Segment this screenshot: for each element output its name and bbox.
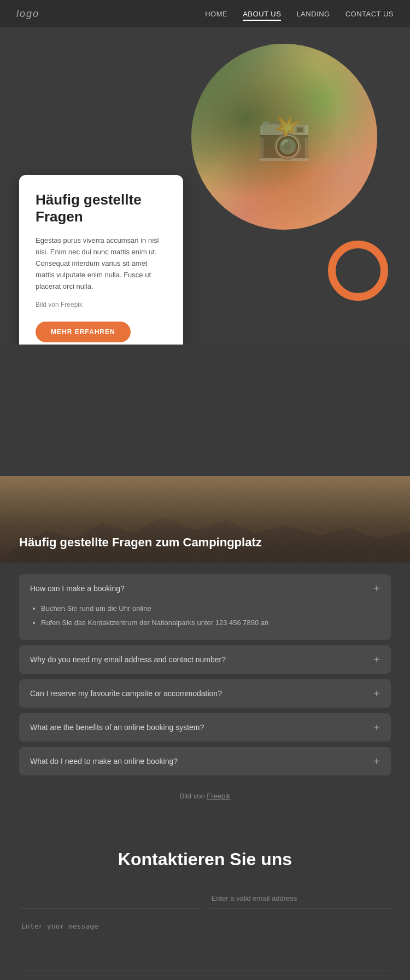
faq-question-1[interactable]: How can I make a booking? + <box>19 574 391 603</box>
hero-card-title: Häufig gestellte Fragen <box>36 191 167 225</box>
faq-item-3: Can I reserve my favourite campsite or a… <box>19 679 391 708</box>
faq-banner-background <box>0 476 410 563</box>
faq-banner-title: Häufig gestellte Fragen zum Campingplatz <box>19 535 262 550</box>
nav-link-home[interactable]: HOME <box>205 10 227 20</box>
nav-link-contact[interactable]: CONTACT US <box>345 10 394 20</box>
faq-toggle-4-icon: + <box>373 722 380 733</box>
hero-section: Häufig gestellte Fragen Egestas purus vi… <box>0 27 410 345</box>
faq-toggle-5-icon: + <box>373 756 380 767</box>
nav-item-home[interactable]: HOME <box>205 9 227 19</box>
orange-circle-decoration <box>328 241 388 301</box>
faq-toggle-3-icon: + <box>373 688 380 699</box>
navbar: logo HOME ABOUT US LANDING CONTACT US <box>0 0 410 27</box>
faq-item-5: What do I need to make an online booking… <box>19 747 391 775</box>
faq-question-4-text: What are the benefits of an online booki… <box>30 723 204 732</box>
contact-name-input[interactable] <box>19 889 201 908</box>
hero-card-body: Egestas purus viverra accumsan in nisl n… <box>36 235 167 292</box>
contact-title: Kontaktieren Sie uns <box>19 849 391 870</box>
couple-photo <box>191 44 377 230</box>
faq-question-2[interactable]: Why do you need my email address and con… <box>19 645 391 674</box>
mehr-erfahren-button[interactable]: MEHR ERFAHREN <box>36 322 131 342</box>
nav-link-landing[interactable]: LANDING <box>296 10 330 20</box>
hero-freepik-ref: Bild von Freepik <box>36 300 167 310</box>
nav-links: HOME ABOUT US LANDING CONTACT US <box>205 9 394 19</box>
faq-freepik-ref: Bild von Freepik <box>19 781 391 806</box>
faq-section: How can I make a booking? + Buchen Sie r… <box>0 563 410 822</box>
contact-message-textarea[interactable] <box>19 917 391 971</box>
faq-question-2-text: Why do you need my email address and con… <box>30 655 226 664</box>
faq-answer-1-item-2: Rufen Sie das Kontaktzentrum der Nationa… <box>41 617 380 629</box>
logo: logo <box>16 8 39 20</box>
faq-toggle-2-icon: + <box>373 654 380 665</box>
faq-question-5[interactable]: What do I need to make an online booking… <box>19 747 391 775</box>
freepik-ref-text: Bild von <box>179 792 204 800</box>
faq-item-2: Why do you need my email address and con… <box>19 645 391 674</box>
nav-item-contact[interactable]: CONTACT US <box>345 9 394 19</box>
nav-item-about[interactable]: ABOUT US <box>243 9 281 19</box>
hero-image <box>191 44 377 230</box>
faq-toggle-1-icon: + <box>373 583 380 594</box>
faq-item-4: What are the benefits of an online booki… <box>19 713 391 742</box>
freepik-ref-link[interactable]: Freepik <box>207 792 230 800</box>
faq-question-3[interactable]: Can I reserve my favourite campsite or a… <box>19 679 391 708</box>
contact-form-row-1 <box>19 889 391 908</box>
faq-item-1: How can I make a booking? + Buchen Sie r… <box>19 574 391 640</box>
faq-question-1-text: How can I make a booking? <box>30 584 125 593</box>
faq-question-4[interactable]: What are the benefits of an online booki… <box>19 713 391 742</box>
faq-question-5-text: What do I need to make an online booking… <box>30 757 178 766</box>
faq-answer-1: Buchen Sie rund um die Uhr online Rufen … <box>19 603 391 640</box>
faq-question-3-text: Can I reserve my favourite campsite or a… <box>30 689 222 698</box>
contact-email-input[interactable] <box>209 889 391 908</box>
faq-banner: Häufig gestellte Fragen zum Campingplatz <box>0 476 410 563</box>
contact-section: Kontaktieren Sie uns EINREICHEN f t G+ <box>0 822 410 980</box>
nav-item-landing[interactable]: LANDING <box>296 9 330 19</box>
faq-answer-1-item-1: Buchen Sie rund um die Uhr online <box>41 603 380 615</box>
hero-card: Häufig gestellte Fragen Egestas purus vi… <box>19 175 183 345</box>
nav-link-about[interactable]: ABOUT US <box>243 10 281 21</box>
